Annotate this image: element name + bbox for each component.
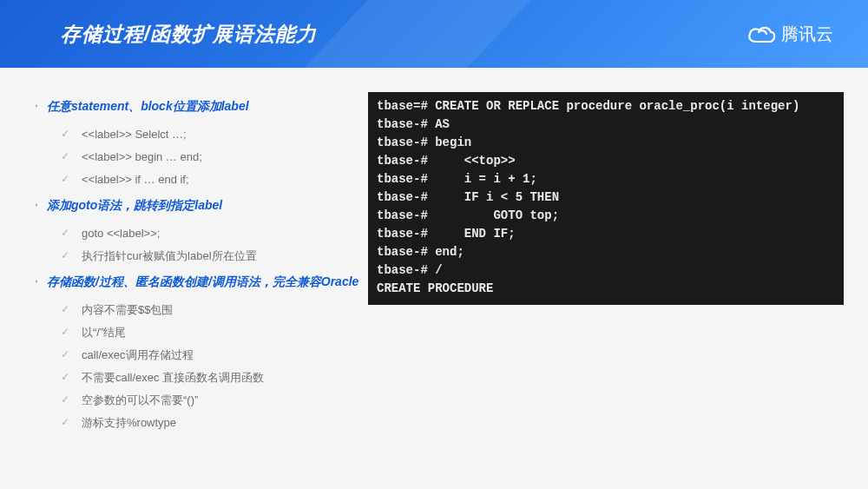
cloud-icon [746,23,776,44]
list-item: <<label>> Selelct …; [61,123,391,146]
list-item: 执行指针cur被赋值为label所在位置 [61,245,391,268]
slide-header: 存储过程/函数扩展语法能力 腾讯云 [0,0,868,68]
code-terminal: tbase=# CREATE OR REPLACE procedure orac… [368,92,844,305]
brand-text: 腾讯云 [781,23,833,46]
list-item: goto <<label>>; [61,222,391,245]
section-list-2: goto <<label>>; 执行指针cur被赋值为label所在位置 [35,222,391,268]
section-title-3: 存储函数/过程、匿名函数创建/调用语法，完全兼容Oracle [35,274,391,290]
section-title-2: 添加goto语法，跳转到指定label [35,198,391,214]
list-item: 内容不需要$$包围 [61,299,391,321]
left-column: 任意statement、block位置添加label <<label>> Sel… [35,99,391,434]
section-list-3: 内容不需要$$包围 以“/”结尾 call/exec调用存储过程 不需要call… [35,299,391,434]
list-item: <<label>> if … end if; [61,169,391,191]
list-item: 以“/”结尾 [61,321,391,344]
list-item: call/exec调用存储过程 [61,344,391,367]
slide-title: 存储过程/函数扩展语法能力 [61,21,317,48]
list-item: 游标支持%rowtype [61,412,391,434]
section-title-1: 任意statement、block位置添加label [35,99,391,115]
section-list-1: <<label>> Selelct …; <<label>> begin … e… [35,123,391,191]
list-item: 不需要call/exec 直接函数名调用函数 [61,367,391,389]
slide-content: 任意statement、block位置添加label <<label>> Sel… [0,68,868,459]
brand-logo: 腾讯云 [746,23,833,46]
list-item: 空参数的可以不需要“()” [61,389,391,412]
list-item: <<label>> begin … end; [61,146,391,169]
